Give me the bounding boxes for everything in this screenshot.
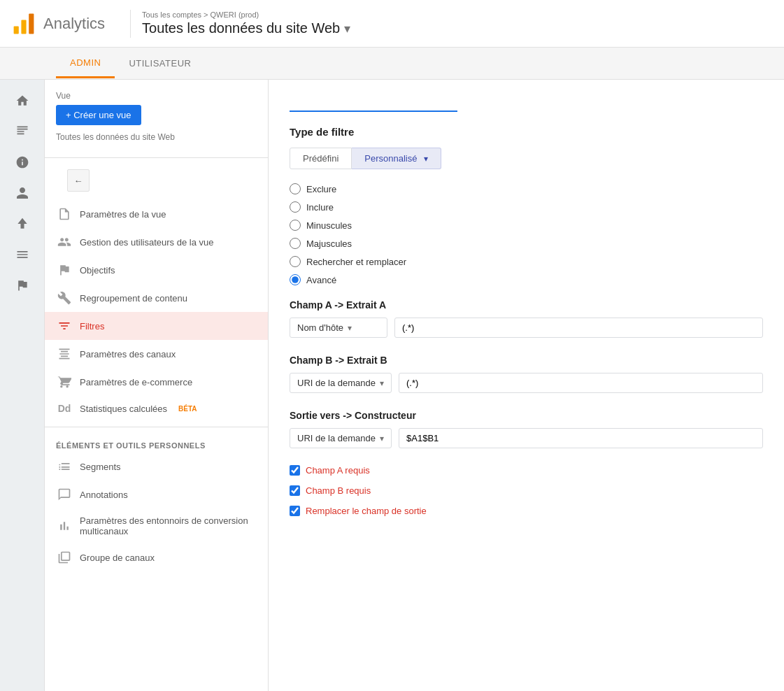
section-label-personal: ÉLÉMENTS ET OUTILS PERSONNELS: [45, 433, 268, 453]
champ-b-dropdown-value: URI de la demande: [297, 378, 376, 388]
vue-section: Vue + Créer une vue Toutes les données d…: [45, 91, 268, 152]
menu-item-label-annotations: Annotations: [80, 490, 128, 500]
champ-b-dropdown[interactable]: URI de la demande ▾: [290, 373, 392, 393]
menu-item-label-filtres: Filtres: [80, 321, 104, 332]
champ-b-title: Champ B -> Extrait B: [290, 355, 763, 366]
checkbox-group: Champ A requis Champ B requis Remplacer …: [290, 465, 763, 516]
sidebar-icon-acquisition[interactable]: [6, 210, 39, 238]
filter-type-personnalise[interactable]: Personnalisé: [352, 148, 441, 169]
checkbox-label-champ-a-requis: Champ A requis: [306, 465, 370, 476]
back-button[interactable]: ←: [67, 169, 90, 192]
content-area: Type de filtre Prédéfini Personnalisé Ex…: [269, 80, 784, 691]
sortie-row: URI de la demande ▾: [290, 428, 763, 448]
header: Analytics Tous les comptes > QWERI (prod…: [0, 0, 784, 48]
menu-item-label-objectifs: Objectifs: [80, 265, 115, 276]
sortie-dropdown-value: URI de la demande: [297, 433, 376, 443]
sidebar-icon-reports[interactable]: [6, 117, 39, 145]
menu-item-annotations[interactable]: Annotations: [45, 480, 268, 508]
radio-rechercher-remplacer[interactable]: Rechercher et remplacer: [290, 256, 763, 267]
svg-rect-2: [29, 13, 34, 34]
nav-tabs: ADMIN UTILISATEUR: [0, 48, 784, 80]
sidebar-icon-conversions[interactable]: [6, 271, 39, 299]
tab-user[interactable]: UTILISATEUR: [115, 50, 205, 77]
menu-item-label-segments: Segments: [80, 462, 121, 472]
radio-inclure[interactable]: Inclure: [290, 201, 763, 213]
header-divider: [130, 10, 131, 38]
filter-type-predefini[interactable]: Prédéfini: [290, 148, 352, 169]
sidebar-icon-audience[interactable]: [6, 179, 39, 207]
radio-minuscules[interactable]: Minuscules: [290, 220, 763, 231]
vue-name: Toutes les données du site Web: [56, 129, 257, 145]
breadcrumb-top: Tous les comptes > QWERI (prod): [142, 10, 350, 19]
sidebar-icon-realtime[interactable]: [6, 148, 39, 176]
checkbox-champ-a-requis[interactable]: Champ A requis: [290, 465, 763, 476]
svg-rect-0: [14, 26, 19, 34]
breadcrumb: Tous les comptes > QWERI (prod) Toutes l…: [142, 10, 350, 36]
checkbox-champ-b-requis[interactable]: Champ B requis: [290, 485, 763, 496]
app-title: Analytics: [43, 15, 105, 33]
menu-item-label-gestion-utilisateurs: Gestion des utilisateurs de la vue: [80, 237, 214, 248]
sortie-title: Sortie vers -> Constructeur: [290, 410, 763, 421]
analytics-logo-icon: [11, 11, 36, 36]
menu-item-parametres-ecommerce[interactable]: Paramètres de e-commerce: [45, 368, 268, 396]
tab-admin[interactable]: ADMIN: [56, 49, 115, 78]
radio-majuscules[interactable]: Majuscules: [290, 238, 763, 249]
sidebar-icon-home[interactable]: [6, 87, 39, 115]
sortie-input[interactable]: [399, 428, 763, 448]
sortie-section: Sortie vers -> Constructeur URI de la de…: [290, 410, 763, 448]
breadcrumb-main-title: Toutes les données du site Web: [142, 20, 340, 36]
menu-item-label-parametres-canaux: Paramètres des canaux: [80, 349, 176, 359]
menu-item-label-statistiques: Statistiques calculées: [80, 404, 167, 414]
champ-a-dropdown-arrow: ▾: [348, 323, 352, 333]
middle-menu: Vue + Créer une vue Toutes les données d…: [45, 80, 269, 691]
menu-item-objectifs[interactable]: Objectifs: [45, 256, 268, 284]
checkbox-label-remplacer-champ-sortie: Remplacer le champ de sortie: [306, 506, 427, 516]
menu-item-statistiques[interactable]: Dd Statistiques calculées BÉTA: [45, 396, 268, 421]
vue-label: Vue: [56, 91, 257, 101]
champ-a-section: Champ A -> Extrait A Nom d'hôte ▾: [290, 299, 763, 338]
sidebar-icons: [0, 80, 45, 691]
checkbox-remplacer-champ-sortie[interactable]: Remplacer le champ de sortie: [290, 506, 763, 516]
logo-area: Analytics: [11, 11, 105, 36]
radio-exclure[interactable]: Exclure: [290, 183, 763, 194]
filter-type-buttons: Prédéfini Personnalisé: [290, 148, 763, 169]
champ-a-input[interactable]: [394, 318, 763, 338]
filter-name-input[interactable]: [290, 94, 457, 112]
breadcrumb-dropdown-icon[interactable]: ▾: [344, 21, 350, 36]
champ-b-dropdown-arrow: ▾: [380, 378, 384, 388]
champ-b-row: URI de la demande ▾: [290, 373, 763, 393]
sortie-dropdown-arrow: ▾: [380, 434, 384, 443]
menu-item-parametres-vue[interactable]: Paramètres de la vue: [45, 200, 268, 228]
menu-item-label-regroupement: Regroupement de contenu: [80, 293, 187, 304]
menu-item-label-entonnoirs: Paramètres des entonnoirs de conversion …: [80, 515, 257, 536]
radio-avance[interactable]: Avancé: [290, 274, 763, 285]
champ-a-title: Champ A -> Extrait A: [290, 299, 763, 311]
menu-divider-1: [45, 157, 268, 158]
filter-type-section-title: Type de filtre: [290, 126, 763, 138]
menu-item-label-parametres-ecommerce: Paramètres de e-commerce: [80, 377, 192, 387]
checkbox-label-champ-b-requis: Champ B requis: [306, 485, 371, 496]
create-vue-button[interactable]: + Créer une vue: [56, 105, 141, 125]
champ-a-row: Nom d'hôte ▾: [290, 318, 763, 338]
menu-item-regroupement[interactable]: Regroupement de contenu: [45, 284, 268, 312]
champ-b-section: Champ B -> Extrait B URI de la demande ▾: [290, 355, 763, 393]
menu-item-parametres-canaux[interactable]: Paramètres des canaux: [45, 340, 268, 368]
beta-badge: BÉTA: [178, 405, 197, 413]
sortie-dropdown[interactable]: URI de la demande ▾: [290, 428, 392, 448]
menu-item-entonnoirs[interactable]: Paramètres des entonnoirs de conversion …: [45, 508, 268, 543]
champ-a-dropdown[interactable]: Nom d'hôte ▾: [290, 318, 387, 338]
radio-group: Exclure Inclure Minuscules Majuscules Re…: [290, 183, 763, 285]
champ-a-dropdown-value: Nom d'hôte: [297, 322, 343, 333]
menu-item-gestion-utilisateurs[interactable]: Gestion des utilisateurs de la vue: [45, 228, 268, 256]
menu-item-label-parametres-vue: Paramètres de la vue: [80, 209, 166, 220]
menu-item-groupe-canaux[interactable]: Groupe de canaux: [45, 543, 268, 571]
menu-item-segments[interactable]: Segments: [45, 453, 268, 480]
champ-b-input[interactable]: [399, 373, 763, 393]
menu-item-label-groupe-canaux: Groupe de canaux: [80, 553, 155, 563]
breadcrumb-main[interactable]: Toutes les données du site Web ▾: [142, 20, 350, 36]
menu-divider-2: [45, 427, 268, 427]
sidebar-icon-behavior[interactable]: [6, 241, 39, 269]
svg-rect-1: [21, 20, 26, 34]
menu-item-filtres[interactable]: Filtres: [45, 312, 268, 340]
main-layout: Vue + Créer une vue Toutes les données d…: [0, 80, 784, 691]
